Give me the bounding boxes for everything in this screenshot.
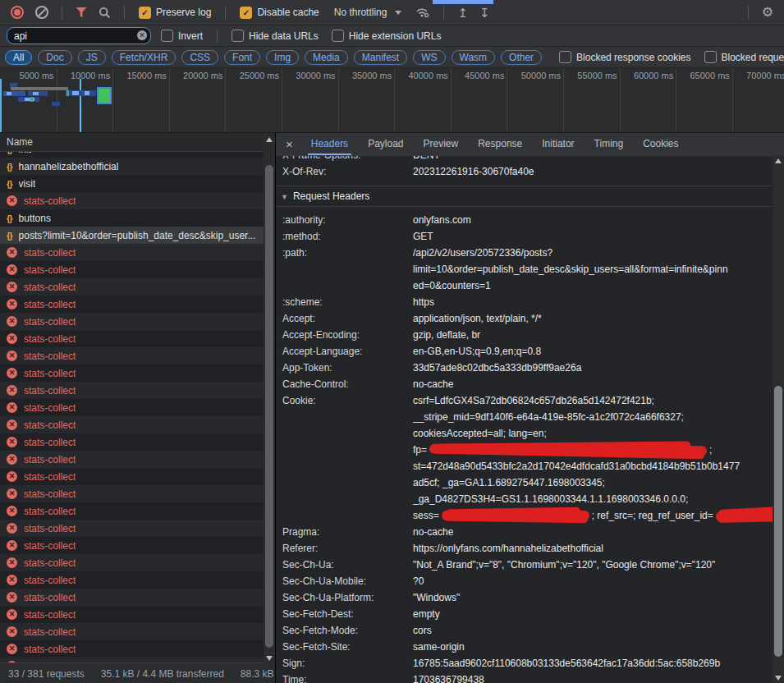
- devtools-network-panel: ✓ Preserve log ✓ Disable cache No thrott…: [0, 0, 784, 683]
- network-conditions-icon[interactable]: [415, 7, 430, 18]
- request-row[interactable]: ✕stats-collect: [0, 330, 275, 347]
- request-row[interactable]: ✕stats-collect: [0, 313, 275, 330]
- record-button[interactable]: [11, 6, 24, 19]
- filter-chip-img[interactable]: Img: [266, 50, 299, 65]
- request-row[interactable]: {}visit: [0, 175, 275, 192]
- filter-chip-ws[interactable]: WS: [413, 50, 445, 65]
- waterfall-overview[interactable]: 5000 ms10000 ms15000 ms20000 ms25000 ms3…: [0, 68, 784, 133]
- request-row[interactable]: ✕stats-collect: [0, 433, 275, 451]
- clear-filter-icon[interactable]: ✕: [137, 30, 147, 40]
- divider: [443, 6, 444, 19]
- filter-chip-doc[interactable]: Doc: [38, 50, 71, 65]
- request-row[interactable]: ✕stats-collect: [0, 468, 275, 485]
- tab-timing[interactable]: Timing: [586, 133, 632, 155]
- tab-cookies[interactable]: Cookies: [635, 133, 686, 155]
- request-row[interactable]: {}posts?limit=10&order=publish_date_desc…: [0, 227, 275, 244]
- request-name: stats-collect: [24, 454, 76, 465]
- tab-payload[interactable]: Payload: [360, 133, 411, 155]
- scroll-up-arrow[interactable]: [775, 158, 782, 163]
- detail-scrollbar[interactable]: [773, 155, 784, 683]
- checkbox[interactable]: [232, 30, 244, 42]
- filter-chip-wasm[interactable]: Wasm: [452, 50, 496, 65]
- filter-input[interactable]: [7, 27, 151, 44]
- list-scrollbar[interactable]: [264, 133, 275, 663]
- request-row[interactable]: ✕stats-collect: [0, 606, 275, 623]
- request-row[interactable]: ✕stats-collect: [0, 502, 275, 520]
- filter-chip-other[interactable]: Other: [501, 50, 542, 65]
- invert-toggle[interactable]: Invert: [161, 30, 203, 42]
- request-row[interactable]: ✕stats-collect: [0, 571, 275, 589]
- tab-initiator[interactable]: Initiator: [534, 133, 582, 155]
- filter-chip-js[interactable]: JS: [78, 50, 106, 65]
- blocked-request-icon: ✕: [7, 575, 17, 585]
- scroll-up-arrow[interactable]: [266, 137, 273, 142]
- header-value: "Not_A Brand";v="8", "Chromium";v="120",…: [413, 557, 784, 573]
- chevron-down-icon[interactable]: [395, 11, 401, 15]
- request-row[interactable]: ✕stats-collect: [0, 192, 275, 209]
- name-column-header[interactable]: Name: [0, 133, 275, 152]
- preserve-log-toggle[interactable]: ✓ Preserve log: [139, 7, 211, 19]
- network-toolbar: ✓ Preserve log ✓ Disable cache No thrott…: [0, 0, 784, 25]
- request-row[interactable]: ✕stats-collect: [0, 623, 275, 640]
- tab-headers[interactable]: Headers: [303, 133, 356, 155]
- request-row[interactable]: {}hannahelizabethofficial: [0, 158, 275, 175]
- request-row[interactable]: ✕stats-collect: [0, 554, 275, 571]
- blocked-request-icon: ✕: [7, 419, 17, 430]
- search-icon[interactable]: [99, 7, 111, 19]
- request-row[interactable]: {}buttons: [0, 209, 275, 227]
- settings-gear-icon[interactable]: ⚙: [762, 6, 773, 19]
- request-row[interactable]: {}init: [0, 152, 275, 158]
- request-row[interactable]: ✕stats-collect: [0, 485, 275, 502]
- timeline-tick-label: 20000 ms: [161, 71, 222, 80]
- request-row[interactable]: ✕stats-collect: [0, 640, 275, 658]
- checkbox[interactable]: [704, 51, 717, 63]
- filter-chip-all[interactable]: All: [5, 50, 32, 65]
- checkbox[interactable]: ✓: [240, 7, 252, 19]
- tab-response[interactable]: Response: [470, 133, 530, 155]
- request-row[interactable]: ✕stats-collect: [0, 244, 275, 261]
- filter-bar: ✕ Invert Hide data URLs Hide extension U…: [0, 25, 784, 47]
- scroll-down-arrow[interactable]: [266, 656, 273, 661]
- filter-chip-font[interactable]: Font: [224, 50, 260, 65]
- checkbox[interactable]: ✓: [139, 7, 151, 19]
- filter-chip-css[interactable]: CSS: [181, 50, 218, 65]
- request-row[interactable]: ✕stats-collect: [0, 399, 275, 416]
- filter-chip-fetch-xhr[interactable]: Fetch/XHR: [112, 50, 177, 65]
- request-row[interactable]: ✕stats-collect: [0, 589, 275, 606]
- import-har-icon[interactable]: ↥: [457, 7, 468, 19]
- request-row[interactable]: ✕stats-collect: [0, 451, 275, 468]
- request-row[interactable]: ✕stats-collect: [0, 278, 275, 296]
- checkbox[interactable]: [559, 51, 571, 63]
- filter-chip-media[interactable]: Media: [305, 50, 348, 65]
- request-row[interactable]: ✕stats-collect: [0, 261, 275, 278]
- request-row[interactable]: ✕stats-collect: [0, 520, 275, 537]
- filter-chip-manifest[interactable]: Manifest: [354, 50, 407, 65]
- close-icon[interactable]: ×: [286, 138, 293, 150]
- request-row[interactable]: ✕stats-collect: [0, 347, 275, 364]
- request-name: stats-collect: [24, 575, 76, 586]
- toggle-blocked-requests[interactable]: Blocked requests: [704, 51, 784, 63]
- tab-preview[interactable]: Preview: [415, 133, 467, 155]
- clear-button[interactable]: [35, 6, 48, 19]
- header-value-line: fp=;: [413, 442, 769, 458]
- scrollbar-thumb[interactable]: [265, 165, 273, 648]
- toggle-blocked-response-cookies[interactable]: Blocked response cookies: [559, 51, 690, 63]
- request-row[interactable]: ✕stats-collect: [0, 382, 275, 399]
- scroll-down-arrow[interactable]: [775, 676, 782, 681]
- disable-cache-toggle[interactable]: ✓ Disable cache: [240, 7, 319, 19]
- request-headers-section-header[interactable]: ▼Request Headers: [276, 186, 784, 207]
- checkbox[interactable]: [161, 30, 173, 42]
- hide-data-urls-toggle[interactable]: Hide data URLs: [232, 30, 319, 42]
- request-row[interactable]: ✕stats-collect: [0, 296, 275, 313]
- hide-extension-urls-toggle[interactable]: Hide extension URLs: [332, 30, 442, 42]
- checkbox[interactable]: [332, 30, 344, 42]
- scrollbar-thumb[interactable]: [774, 386, 782, 657]
- request-row[interactable]: ✕stats-collect: [0, 364, 275, 382]
- header-value: ?0: [413, 573, 784, 589]
- export-har-icon[interactable]: ↧: [479, 7, 490, 19]
- filter-icon[interactable]: [76, 7, 87, 18]
- request-headers-rows: :authority:onlyfans.com:method:GET:path:…: [276, 207, 784, 683]
- throttling-select[interactable]: No throttling: [334, 7, 387, 18]
- request-row[interactable]: ✕stats-collect: [0, 416, 275, 433]
- request-row[interactable]: ✕stats-collect: [0, 537, 275, 554]
